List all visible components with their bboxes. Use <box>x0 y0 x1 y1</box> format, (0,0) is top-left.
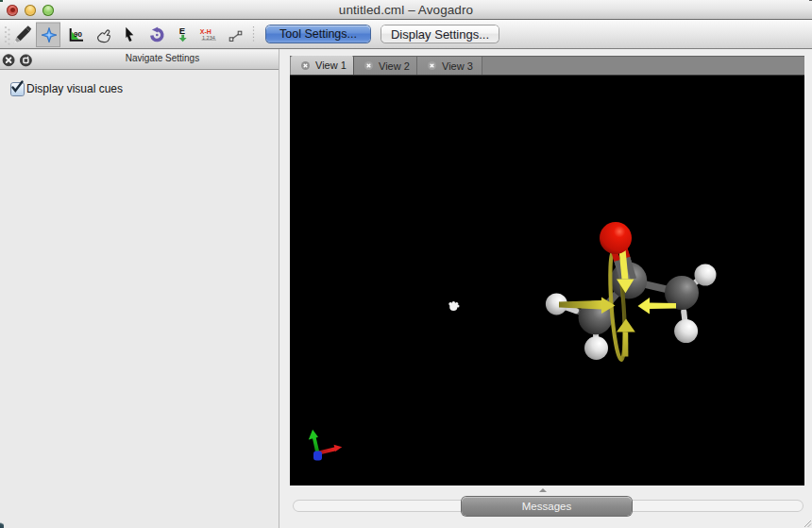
svg-text:1.234: 1.234 <box>202 35 215 41</box>
svg-text:E: E <box>179 26 185 36</box>
svg-text:X-H: X-H <box>200 28 211 35</box>
svg-text:90: 90 <box>74 30 82 39</box>
